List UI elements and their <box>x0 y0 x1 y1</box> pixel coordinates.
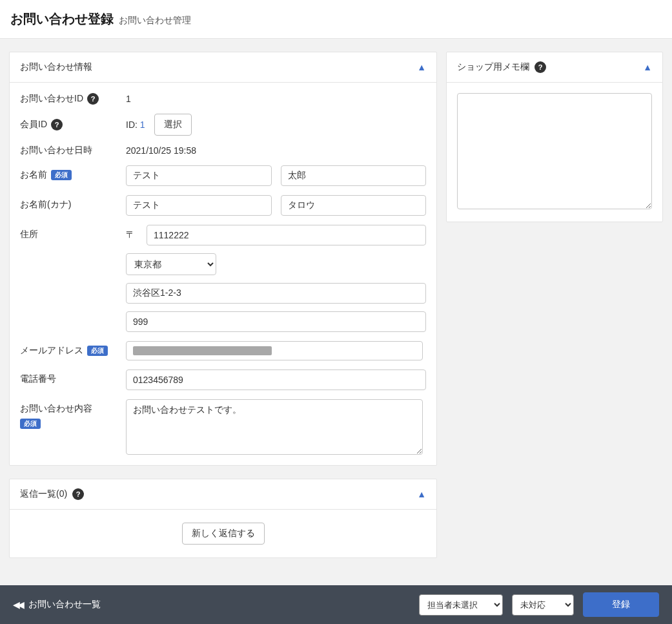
last-name-input[interactable] <box>126 165 272 186</box>
zip-input[interactable] <box>147 225 426 245</box>
inquiry-card-title: お問い合わせ情報 <box>20 61 92 73</box>
shop-memo-card: ショップ用メモ欄 ? ▲ <box>446 52 663 222</box>
customer-id-prefix: ID: 1 <box>126 120 145 130</box>
inquiry-id-value: 1 <box>126 94 426 104</box>
required-badge: 必須 <box>87 346 108 356</box>
label-email: メールアドレス <box>20 345 83 357</box>
label-phone: 電話番号 <box>20 373 56 385</box>
help-icon[interactable]: ? <box>51 119 63 130</box>
back-to-list-link[interactable]: ◀◀ お問い合わせ一覧 <box>13 599 101 610</box>
label-name: お名前 <box>20 169 47 181</box>
help-icon[interactable]: ? <box>87 93 99 105</box>
label-datetime: お問い合わせ日時 <box>20 145 92 156</box>
chevron-up-icon[interactable]: ▲ <box>417 62 426 72</box>
email-input[interactable] <box>126 341 423 360</box>
label-kana: お名前(カナ) <box>20 199 71 211</box>
prefecture-select[interactable]: 東京都 <box>126 253 216 275</box>
phone-input[interactable] <box>126 369 426 390</box>
status-select[interactable]: 未対応 <box>512 594 574 616</box>
address1-input[interactable] <box>126 283 426 304</box>
help-icon[interactable]: ? <box>535 61 546 73</box>
address2-input[interactable] <box>126 311 426 332</box>
inquiry-card-header[interactable]: お問い合わせ情報 ▲ <box>10 52 436 83</box>
content-textarea[interactable]: お問い合わせテストです。 <box>126 399 423 455</box>
email-masked-value <box>133 346 272 355</box>
memo-card-title: ショップ用メモ欄 <box>457 61 529 73</box>
page-title: お問い合わせ登録 <box>10 10 114 28</box>
new-reply-button[interactable]: 新しく返信する <box>182 523 265 545</box>
required-badge: 必須 <box>20 419 41 429</box>
breadcrumb: お問い合わせ管理 <box>119 15 191 26</box>
last-kana-input[interactable] <box>126 195 272 216</box>
label-inquiry-id: お問い合わせID <box>20 93 83 105</box>
reply-card-header[interactable]: 返信一覧(0) ? ▲ <box>10 479 436 510</box>
back-label: お問い合わせ一覧 <box>28 599 101 610</box>
footer-bar: ◀◀ お問い合わせ一覧 担当者未選択 未対応 登録 <box>0 585 672 623</box>
label-address: 住所 <box>20 229 38 240</box>
chevron-up-icon[interactable]: ▲ <box>643 62 652 72</box>
first-name-input[interactable] <box>281 165 427 186</box>
double-chevron-left-icon: ◀◀ <box>13 599 22 610</box>
required-badge: 必須 <box>51 170 72 180</box>
select-customer-button[interactable]: 選択 <box>154 114 192 136</box>
page-header: お問い合わせ登録 お問い合わせ管理 <box>0 0 672 39</box>
memo-card-header[interactable]: ショップ用メモ欄 ? ▲ <box>447 52 662 83</box>
zip-prefix: 〒 <box>126 229 135 241</box>
shop-memo-textarea[interactable] <box>457 93 652 209</box>
label-content: お問い合わせ内容 <box>20 403 92 415</box>
help-icon[interactable]: ? <box>72 488 84 500</box>
label-customer-id: 会員ID <box>20 119 47 130</box>
customer-id-link[interactable]: 1 <box>140 120 145 130</box>
inquiry-info-card: お問い合わせ情報 ▲ お問い合わせID ? 1 会員ID <box>9 52 437 466</box>
chevron-up-icon[interactable]: ▲ <box>417 489 426 499</box>
reply-list-card: 返信一覧(0) ? ▲ 新しく返信する <box>9 479 437 558</box>
assignee-select[interactable]: 担当者未選択 <box>419 594 503 616</box>
first-kana-input[interactable] <box>281 195 427 216</box>
reply-card-title: 返信一覧(0) <box>20 488 67 500</box>
datetime-value: 2021/10/25 19:58 <box>126 145 426 156</box>
submit-button[interactable]: 登録 <box>583 592 659 617</box>
